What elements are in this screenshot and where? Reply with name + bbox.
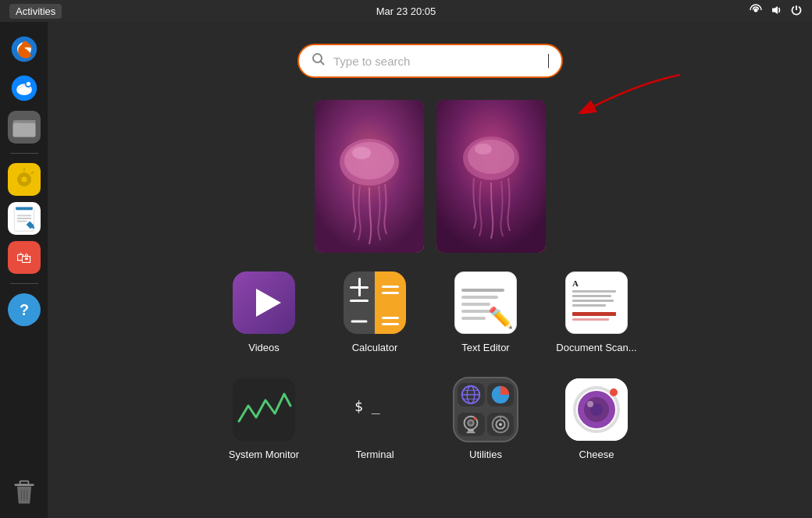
recent-app-thumbnail-1	[315, 100, 424, 253]
svg-point-54	[474, 417, 477, 420]
svg-rect-9	[12, 123, 35, 137]
dock-separator-1	[10, 153, 38, 154]
app-item-terminal[interactable]: $ _ Terminal	[332, 378, 418, 460]
svg-point-7	[26, 82, 30, 86]
svg-rect-53	[467, 431, 475, 433]
clock: Mar 23 20:05	[376, 5, 436, 17]
utilities-icon	[454, 378, 517, 441]
sidebar-dock: 🛍 ?	[0, 22, 48, 518]
search-cursor	[548, 54, 550, 68]
svg-point-32	[344, 142, 394, 179]
app-item-calculator[interactable]: Calculator	[332, 271, 418, 353]
sidebar-item-thunderbird[interactable]	[8, 72, 41, 105]
docscan-label: Document Scan...	[554, 342, 639, 353]
utilities-label: Utilities	[443, 449, 529, 460]
svg-point-57	[499, 423, 502, 426]
svg-rect-23	[20, 481, 28, 485]
app-item-sysmon[interactable]: System Monitor	[221, 378, 307, 460]
search-container: Type to search	[297, 44, 563, 78]
svg-rect-52	[468, 429, 475, 431]
svg-point-33	[352, 147, 371, 159]
terminal-label: Terminal	[332, 449, 418, 460]
top-bar: Activities Mar 23 20:05	[0, 0, 812, 22]
svg-point-0	[754, 8, 758, 12]
terminal-icon: $ _	[344, 378, 406, 441]
main-content: Type to search	[48, 22, 812, 518]
apps-row-1: Videos	[221, 271, 639, 353]
app-item-cheese[interactable]: Cheese	[554, 378, 639, 460]
sidebar-item-software[interactable]: 🛍	[8, 241, 41, 274]
activities-button[interactable]: Activities	[9, 4, 62, 19]
docscan-icon: A	[565, 271, 628, 334]
sidebar-item-writer[interactable]	[8, 202, 41, 235]
svg-text:$ _: $ _	[354, 398, 380, 414]
network-icon[interactable]	[750, 4, 762, 19]
top-bar-right	[750, 4, 803, 19]
svg-rect-41	[233, 378, 295, 441]
sidebar-item-help[interactable]: ?	[8, 293, 41, 326]
app-item-texteditor[interactable]: ✏️ Text Editor	[443, 271, 529, 353]
arrow-annotation	[579, 67, 688, 114]
sysmon-icon	[233, 378, 295, 441]
svg-point-12	[21, 176, 27, 182]
cheese-label: Cheese	[554, 449, 639, 460]
apps-row-2: System Monitor $ _ Terminal	[221, 378, 639, 460]
recent-app-1[interactable]	[315, 100, 424, 253]
svg-line-28	[321, 62, 325, 66]
svg-point-64	[587, 401, 593, 407]
cheese-icon	[565, 378, 628, 441]
sidebar-item-trash[interactable]	[8, 476, 41, 509]
search-placeholder: Type to search	[333, 55, 540, 68]
search-icon	[312, 52, 326, 69]
svg-point-36	[468, 140, 515, 174]
svg-text:🛍: 🛍	[16, 249, 32, 266]
sidebar-item-firefox[interactable]	[8, 33, 41, 66]
recent-app-2[interactable]	[436, 100, 546, 253]
recent-app-thumbnail-2	[436, 100, 546, 253]
svg-point-51	[469, 421, 473, 425]
dock-separator-2	[10, 283, 38, 284]
calculator-label: Calculator	[332, 342, 418, 353]
videos-label: Videos	[221, 342, 307, 353]
svg-marker-1	[772, 6, 778, 14]
recent-apps-row	[315, 100, 546, 253]
texteditor-icon: ✏️	[454, 271, 517, 334]
app-item-videos[interactable]: Videos	[221, 271, 307, 353]
app-item-utilities[interactable]: Utilities	[443, 378, 529, 460]
sysmon-label: System Monitor	[221, 449, 307, 460]
svg-text:?: ?	[19, 301, 28, 318]
volume-icon[interactable]	[770, 4, 782, 19]
svg-point-65	[610, 388, 618, 396]
power-icon[interactable]	[790, 4, 803, 19]
videos-icon	[233, 271, 295, 334]
sidebar-item-files[interactable]	[8, 111, 41, 144]
texteditor-label: Text Editor	[443, 342, 529, 353]
calculator-icon	[344, 271, 406, 334]
sidebar-item-rhythmbox[interactable]	[8, 163, 41, 196]
search-bar[interactable]: Type to search	[297, 44, 563, 78]
svg-point-27	[313, 54, 322, 62]
app-item-docscan[interactable]: A Document Scan...	[554, 271, 639, 353]
svg-rect-14	[16, 208, 33, 211]
svg-point-37	[475, 144, 492, 154]
